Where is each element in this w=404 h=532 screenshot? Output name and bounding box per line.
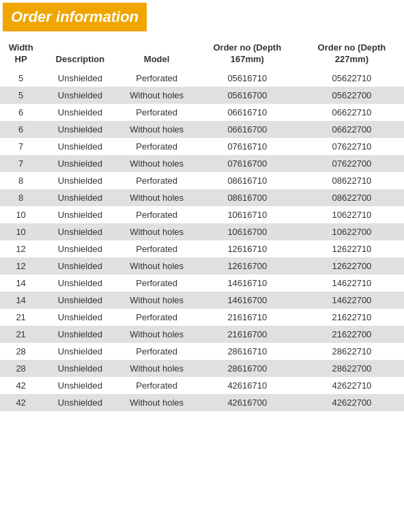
cell-model: Perforated	[119, 104, 195, 121]
cell-description: Unshielded	[42, 343, 118, 360]
cell-model: Perforated	[119, 343, 195, 360]
cell-order1: 28616700	[195, 360, 300, 377]
cell-order1: 05616710	[195, 70, 300, 87]
cell-order1: 12616710	[195, 240, 300, 257]
cell-model: Without holes	[119, 292, 195, 309]
table-row: 6UnshieldedWithout holes0661670006622700	[0, 121, 404, 138]
table-row: 8UnshieldedWithout holes0861670008622700	[0, 189, 404, 206]
cell-description: Unshielded	[42, 309, 118, 326]
table-row: 12UnshieldedWithout holes126167001262270…	[0, 257, 404, 275]
cell-description: Unshielded	[42, 394, 118, 411]
table-row: 28UnshieldedWithout holes286167002862270…	[0, 360, 404, 377]
cell-model: Perforated	[119, 70, 195, 87]
cell-width: 12	[0, 240, 42, 257]
cell-description: Unshielded	[42, 223, 118, 240]
cell-order1: 14616710	[195, 275, 300, 292]
cell-description: Unshielded	[42, 155, 118, 172]
cell-order2: 12622710	[300, 240, 404, 257]
cell-order1: 42616700	[195, 394, 300, 411]
cell-description: Unshielded	[42, 138, 118, 155]
cell-order2: 06622710	[300, 104, 404, 121]
cell-order2: 28622700	[300, 360, 404, 377]
cell-width: 21	[0, 326, 42, 343]
cell-model: Perforated	[119, 138, 195, 155]
cell-model: Without holes	[119, 121, 195, 138]
cell-order1: 05616700	[195, 87, 300, 104]
cell-width: 14	[0, 275, 42, 292]
title-bar: Order information	[3, 3, 147, 31]
cell-model: Perforated	[119, 172, 195, 189]
cell-width: 7	[0, 138, 42, 155]
table-row: 8UnshieldedPerforated0861671008622710	[0, 172, 404, 189]
cell-model: Perforated	[119, 206, 195, 223]
cell-description: Unshielded	[42, 121, 118, 138]
cell-model: Perforated	[119, 377, 195, 394]
table-row: 5UnshieldedWithout holes0561670005622700	[0, 87, 404, 104]
cell-width: 21	[0, 309, 42, 326]
cell-description: Unshielded	[42, 104, 118, 121]
cell-order1: 06616710	[195, 104, 300, 121]
cell-order1: 42616710	[195, 377, 300, 394]
cell-model: Without holes	[119, 155, 195, 172]
cell-order2: 05622710	[300, 70, 404, 87]
table-row: 21UnshieldedPerforated2161671021622710	[0, 309, 404, 326]
cell-order1: 06616700	[195, 121, 300, 138]
table-row: 28UnshieldedPerforated2861671028622710	[0, 343, 404, 360]
cell-order2: 10622710	[300, 206, 404, 223]
cell-width: 5	[0, 70, 42, 87]
cell-order2: 14622710	[300, 275, 404, 292]
cell-order2: 14622700	[300, 292, 404, 309]
cell-order1: 21616710	[195, 309, 300, 326]
cell-order1: 07616710	[195, 138, 300, 155]
table-row: 10UnshieldedPerforated1061671010622710	[0, 206, 404, 223]
cell-order2: 05622700	[300, 87, 404, 104]
cell-order1: 21616700	[195, 326, 300, 343]
cell-order1: 10616700	[195, 223, 300, 240]
cell-width: 28	[0, 343, 42, 360]
cell-description: Unshielded	[42, 172, 118, 189]
cell-width: 8	[0, 172, 42, 189]
cell-model: Perforated	[119, 309, 195, 326]
col-header-width: Width HP	[0, 38, 42, 70]
cell-width: 10	[0, 223, 42, 240]
cell-description: Unshielded	[42, 292, 118, 309]
cell-order1: 28616710	[195, 343, 300, 360]
cell-description: Unshielded	[42, 206, 118, 223]
cell-width: 10	[0, 206, 42, 223]
table-row: 7UnshieldedWithout holes0761670007622700	[0, 155, 404, 172]
cell-order2: 07622710	[300, 138, 404, 155]
cell-order2: 08622700	[300, 189, 404, 206]
page-title: Order information	[11, 8, 139, 25]
cell-order2: 07622700	[300, 155, 404, 172]
cell-order1: 08616710	[195, 172, 300, 189]
cell-description: Unshielded	[42, 377, 118, 394]
table-row: 12UnshieldedPerforated1261671012622710	[0, 240, 404, 257]
cell-order2: 21622700	[300, 326, 404, 343]
table-row: 14UnshieldedWithout holes146167001462270…	[0, 292, 404, 309]
cell-description: Unshielded	[42, 275, 118, 292]
cell-width: 6	[0, 121, 42, 138]
table-row: 42UnshieldedWithout holes426167004262270…	[0, 394, 404, 411]
col-header-order1: Order no (Depth 167mm)	[195, 38, 300, 70]
cell-order1: 12616700	[195, 257, 300, 275]
cell-order1: 08616700	[195, 189, 300, 206]
cell-width: 8	[0, 189, 42, 206]
order-table: Width HP Description Model Order no (Dep…	[0, 38, 404, 411]
cell-width: 12	[0, 257, 42, 275]
cell-order2: 21622710	[300, 309, 404, 326]
cell-width: 7	[0, 155, 42, 172]
table-header-row: Width HP Description Model Order no (Dep…	[0, 38, 404, 70]
col-header-order2: Order no (Depth 227mm)	[300, 38, 404, 70]
cell-order2: 28622710	[300, 343, 404, 360]
col-header-model: Model	[119, 38, 195, 70]
col-header-description: Description	[42, 38, 118, 70]
cell-width: 42	[0, 377, 42, 394]
cell-order2: 08622710	[300, 172, 404, 189]
cell-order2: 42622710	[300, 377, 404, 394]
cell-description: Unshielded	[42, 87, 118, 104]
cell-model: Without holes	[119, 326, 195, 343]
cell-order2: 12622700	[300, 257, 404, 275]
cell-description: Unshielded	[42, 189, 118, 206]
cell-order2: 42622700	[300, 394, 404, 411]
cell-width: 14	[0, 292, 42, 309]
